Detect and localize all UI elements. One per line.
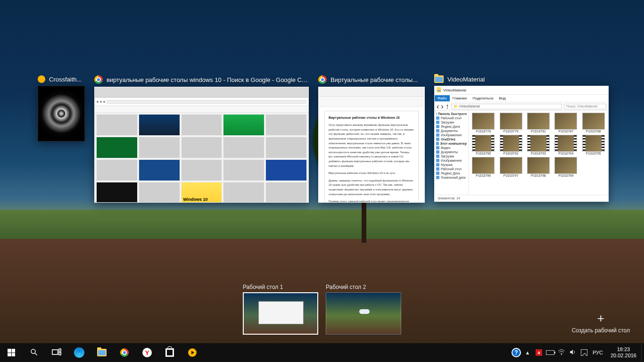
- chrome-icon: [120, 348, 129, 357]
- explorer-file: P1010792: [498, 135, 523, 155]
- explorer-file: P1010793: [526, 135, 551, 155]
- svg-line-1: [35, 353, 37, 355]
- explorer-nav-item: Изображения: [435, 133, 468, 137]
- explorer-address: 📁 › VideoMaterial: [451, 104, 562, 109]
- clock-time: 18:23: [611, 346, 636, 353]
- explorer-title: VideoMaterial: [443, 88, 466, 92]
- tray-help[interactable]: ?: [511, 343, 522, 362]
- virtual-desktop[interactable]: Рабочий стол 2: [326, 284, 401, 335]
- explorer-nav-item: Документы: [435, 150, 468, 154]
- help-icon: ?: [512, 348, 521, 357]
- taskview-window-aimp[interactable]: Crossfaith...: [38, 75, 85, 203]
- chrome-icon: [318, 75, 327, 84]
- explorer-nav-item: Музыка: [435, 163, 468, 167]
- explorer-nav-item: Рабочий стол: [435, 167, 468, 171]
- new-desktop-label: Создать рабочий стол: [572, 327, 630, 334]
- taskbar-app-chrome[interactable]: [113, 343, 136, 362]
- volume-icon: [569, 349, 577, 357]
- yandex-icon: Y: [142, 348, 152, 357]
- explorer-ribbon-tab: Вид: [496, 95, 508, 101]
- taskview-window-thumbnail[interactable]: VideoMaterial ФайлГлавнаяПоделитьсяВид ‹…: [434, 86, 609, 202]
- taskview-window-title: VideoMaterial: [447, 76, 485, 83]
- task-view-button[interactable]: [45, 343, 68, 362]
- explorer-ribbon-tab: Главная: [450, 95, 470, 101]
- aimp-icon: [188, 348, 197, 357]
- explorer-nav-item: Яндекс.Диск: [435, 171, 468, 175]
- show-desktop-button[interactable]: [641, 343, 644, 362]
- explorer-nav-item: Панель быстрого: [435, 112, 468, 116]
- taskview-window-chrome-search[interactable]: виртуальные рабочие столы windows 10 - П…: [94, 75, 309, 203]
- task-view: Crossfaith... виртуальные рабочие столы …: [0, 75, 644, 203]
- svg-rect-2: [52, 350, 58, 354]
- search-button[interactable]: [23, 343, 45, 362]
- explorer-file: P1010796: [471, 157, 496, 177]
- taskbar-app-store[interactable]: [158, 343, 181, 362]
- explorer-file: P1010781: [526, 113, 551, 133]
- docs-para: Хочу представить вашему вниманию функцию…: [329, 123, 414, 168]
- explorer-nav-item: Этот компьютер: [435, 141, 468, 146]
- plus-icon: +: [597, 312, 604, 324]
- virtual-desktops-strip: Рабочий стол 1Рабочий стол 2: [0, 280, 644, 338]
- windows-logo-icon: [8, 349, 15, 356]
- task-view-icon: [52, 348, 61, 357]
- taskview-window-title: Виртуальные рабочие столы...: [330, 76, 418, 83]
- tray-language[interactable]: РУС: [590, 350, 606, 355]
- virtual-desktop-label: Рабочий стол 1: [243, 284, 318, 290]
- search-icon: [30, 348, 38, 358]
- avira-icon: a: [536, 349, 542, 356]
- explorer-file: P1010795: [581, 135, 606, 155]
- tray-clock[interactable]: 18:23 20.02.2016: [606, 346, 641, 359]
- tray-action-center[interactable]: [578, 343, 590, 362]
- taskbar-app-yandex[interactable]: Y: [136, 343, 158, 362]
- taskview-window-thumbnail[interactable]: [94, 87, 309, 203]
- explorer-nav-item: Видео: [435, 146, 468, 150]
- explorer-file: P1010797: [498, 157, 523, 177]
- store-icon: [165, 348, 174, 357]
- chrome-icon: [94, 75, 103, 84]
- explorer-ribbon-tab: Файл: [435, 95, 450, 101]
- taskview-window-thumbnail[interactable]: [38, 86, 85, 141]
- file-explorer-icon: [97, 349, 107, 356]
- tray-network[interactable]: [556, 343, 567, 362]
- explorer-nav-item: Рабочий стол: [435, 116, 468, 120]
- explorer-nav-item: Изображения: [435, 158, 468, 163]
- explorer-status: Элементов: 14: [435, 195, 608, 201]
- new-desktop-button[interactable]: + Создать рабочий стол: [572, 312, 630, 334]
- taskview-window-explorer[interactable]: VideoMaterial VideoMaterial ФайлГлавнаяП…: [434, 75, 609, 203]
- taskbar-app-edge[interactable]: [68, 343, 91, 362]
- start-button[interactable]: [0, 343, 23, 362]
- explorer-ribbon-tab: Поделиться: [470, 95, 496, 101]
- explorer-nav-item: Документы: [435, 129, 468, 133]
- docs-para: Виртуальные рабочие столы Windows 10 и и…: [329, 171, 414, 176]
- taskbar-app-explorer[interactable]: [91, 343, 113, 362]
- tray-avira[interactable]: a: [533, 343, 545, 362]
- explorer-search: Поиск: VideoMaterial: [564, 104, 606, 109]
- explorer-nav-item: Яндекс.Диск: [435, 124, 468, 129]
- virtual-desktop-thumbnail[interactable]: [326, 292, 401, 335]
- tray-battery[interactable]: [545, 343, 556, 362]
- taskbar: Y ? ▲ a РУС 18:23 20.02.2016: [0, 343, 644, 362]
- virtual-desktop-thumbnail[interactable]: [243, 292, 318, 335]
- wifi-icon: [558, 349, 565, 357]
- explorer-file: P1010799: [553, 157, 578, 177]
- explorer-file: P1010790: [471, 135, 496, 155]
- clock-date: 20.02.2016: [611, 353, 636, 359]
- taskview-window-thumbnail[interactable]: Виртуальные рабочие столы в Windows 10 Х…: [318, 87, 425, 203]
- docs-heading: Виртуальные рабочие столы в Windows 10: [329, 115, 414, 120]
- tray-overflow[interactable]: ▲: [522, 343, 533, 362]
- aimp-icon: [38, 75, 45, 83]
- svg-point-5: [561, 354, 561, 354]
- explorer-nav: Панель быстрогоРабочий столЗагрузкиЯндек…: [435, 111, 469, 195]
- battery-icon: [546, 350, 554, 355]
- svg-rect-4: [59, 352, 61, 354]
- svg-rect-3: [59, 349, 61, 351]
- explorer-file: P1010787: [553, 113, 578, 133]
- taskview-window-chrome-docs[interactable]: Виртуальные рабочие столы... Виртуальные…: [318, 75, 425, 203]
- virtual-desktop[interactable]: Рабочий стол 1: [243, 284, 318, 335]
- explorer-nav-item: Локальный диск: [435, 175, 468, 180]
- taskbar-app-aimp[interactable]: [181, 343, 204, 362]
- folder-icon: [434, 75, 444, 83]
- tray-volume[interactable]: [567, 343, 578, 362]
- explorer-nav-item: Загрузки: [435, 120, 468, 124]
- explorer-file: P1010794: [553, 135, 578, 155]
